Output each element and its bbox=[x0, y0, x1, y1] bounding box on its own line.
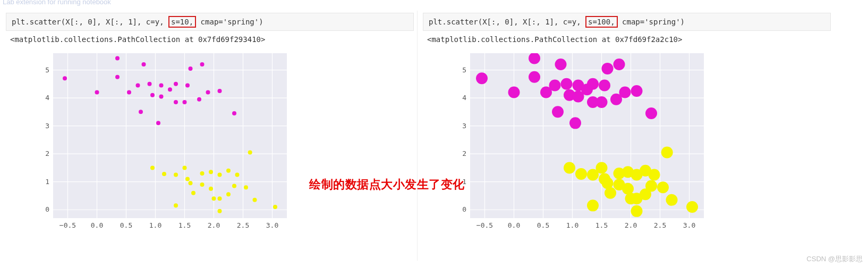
svg-point-39 bbox=[162, 172, 166, 176]
svg-point-23 bbox=[150, 93, 155, 97]
svg-point-50 bbox=[212, 196, 216, 201]
svg-point-31 bbox=[185, 83, 190, 87]
output-repr-right: <matplotlib.collections.PathCollection a… bbox=[420, 31, 834, 46]
x-tick: 1.0 bbox=[145, 221, 166, 229]
svg-point-57 bbox=[235, 173, 240, 177]
x-tick: 2.0 bbox=[620, 221, 642, 229]
x-tick: 2.5 bbox=[233, 221, 254, 229]
output-repr-left: <matplotlib.collections.PathCollection a… bbox=[3, 31, 417, 46]
x-tick: −0.5 bbox=[57, 221, 79, 229]
svg-point-54 bbox=[226, 169, 231, 173]
y-tick: 1 bbox=[24, 178, 49, 186]
scatter-right: 012345−0.50.00.51.01.52.02.53.0 bbox=[441, 48, 712, 239]
svg-point-34 bbox=[200, 62, 205, 66]
svg-point-97 bbox=[619, 87, 631, 98]
svg-point-53 bbox=[218, 209, 222, 213]
background-tab-text: Lab extension for running notebook bbox=[3, 0, 111, 6]
svg-point-59 bbox=[248, 151, 252, 155]
svg-point-82 bbox=[552, 106, 564, 118]
svg-point-19 bbox=[136, 83, 140, 87]
y-tick: 2 bbox=[24, 149, 49, 157]
axes-left bbox=[53, 53, 287, 218]
x-tick: 3.0 bbox=[679, 221, 700, 229]
notebook-cell-right: plt.scatter(X[:, 0], X[:, 1], c=y, s=100… bbox=[420, 11, 834, 261]
svg-point-41 bbox=[174, 173, 178, 177]
x-tick: 0.5 bbox=[116, 221, 137, 229]
x-tick: 1.5 bbox=[174, 221, 195, 229]
highlighted-arg-right: s=100, bbox=[585, 16, 618, 28]
svg-point-49 bbox=[209, 170, 213, 174]
svg-point-101 bbox=[575, 168, 587, 180]
svg-point-36 bbox=[218, 89, 222, 93]
x-tick: 1.5 bbox=[591, 221, 612, 229]
y-tick: 5 bbox=[24, 66, 49, 74]
svg-point-25 bbox=[159, 83, 164, 87]
svg-point-35 bbox=[206, 90, 210, 95]
code-cell-left[interactable]: plt.scatter(X[:, 0], X[:, 1], c=y, s=10,… bbox=[6, 13, 414, 31]
svg-point-119 bbox=[649, 169, 660, 181]
svg-point-102 bbox=[587, 200, 599, 211]
svg-point-24 bbox=[156, 121, 160, 125]
svg-point-51 bbox=[218, 196, 222, 201]
svg-point-33 bbox=[197, 97, 201, 102]
svg-point-77 bbox=[508, 87, 520, 98]
svg-point-15 bbox=[95, 90, 99, 95]
svg-point-29 bbox=[174, 82, 178, 86]
svg-point-123 bbox=[686, 201, 698, 213]
y-tick: 0 bbox=[441, 205, 466, 213]
y-tick: 3 bbox=[441, 122, 466, 130]
svg-point-26 bbox=[159, 94, 164, 98]
svg-point-32 bbox=[189, 66, 193, 71]
svg-point-48 bbox=[209, 187, 213, 191]
svg-point-61 bbox=[273, 205, 277, 209]
svg-point-44 bbox=[189, 181, 193, 185]
svg-point-98 bbox=[631, 85, 643, 97]
svg-point-83 bbox=[555, 59, 567, 70]
svg-point-47 bbox=[200, 182, 205, 187]
svg-point-37 bbox=[232, 111, 236, 115]
y-tick: 5 bbox=[441, 66, 466, 74]
svg-point-99 bbox=[645, 107, 657, 119]
svg-point-30 bbox=[183, 100, 187, 104]
svg-point-58 bbox=[244, 185, 248, 189]
svg-point-52 bbox=[218, 173, 222, 177]
x-tick: 3.0 bbox=[262, 221, 283, 229]
annotation-text: 绘制的数据点大小发生了变化 bbox=[309, 177, 465, 193]
svg-point-43 bbox=[185, 177, 190, 181]
svg-point-56 bbox=[232, 184, 236, 188]
x-tick: −0.5 bbox=[474, 221, 496, 229]
y-tick: 4 bbox=[441, 94, 466, 102]
svg-point-120 bbox=[657, 181, 669, 193]
svg-point-40 bbox=[174, 203, 178, 207]
svg-point-78 bbox=[529, 53, 540, 64]
svg-point-118 bbox=[645, 180, 657, 192]
svg-point-81 bbox=[549, 79, 561, 91]
svg-point-92 bbox=[596, 96, 608, 108]
svg-point-93 bbox=[599, 79, 610, 91]
svg-point-79 bbox=[529, 71, 540, 83]
svg-point-27 bbox=[168, 87, 172, 92]
svg-point-121 bbox=[661, 147, 673, 159]
svg-point-42 bbox=[183, 165, 187, 170]
svg-point-60 bbox=[253, 198, 257, 202]
svg-point-18 bbox=[127, 90, 131, 95]
x-tick: 0.0 bbox=[504, 221, 525, 229]
svg-point-94 bbox=[602, 63, 614, 74]
y-tick: 4 bbox=[24, 94, 49, 102]
svg-point-104 bbox=[596, 162, 608, 173]
x-tick: 2.0 bbox=[203, 221, 225, 229]
watermark: CSDN @思影影思 bbox=[806, 254, 863, 264]
svg-point-38 bbox=[150, 165, 155, 170]
svg-point-21 bbox=[142, 62, 146, 66]
svg-point-100 bbox=[564, 162, 575, 173]
svg-point-28 bbox=[174, 100, 178, 104]
svg-point-55 bbox=[226, 192, 231, 196]
svg-point-84 bbox=[561, 78, 573, 90]
svg-point-76 bbox=[476, 72, 488, 84]
y-tick: 2 bbox=[441, 149, 466, 157]
y-tick: 3 bbox=[24, 122, 49, 130]
code-cell-right[interactable]: plt.scatter(X[:, 0], X[:, 1], c=y, s=100… bbox=[423, 13, 831, 31]
svg-point-16 bbox=[115, 56, 120, 60]
x-tick: 1.0 bbox=[562, 221, 583, 229]
svg-point-17 bbox=[115, 75, 120, 79]
